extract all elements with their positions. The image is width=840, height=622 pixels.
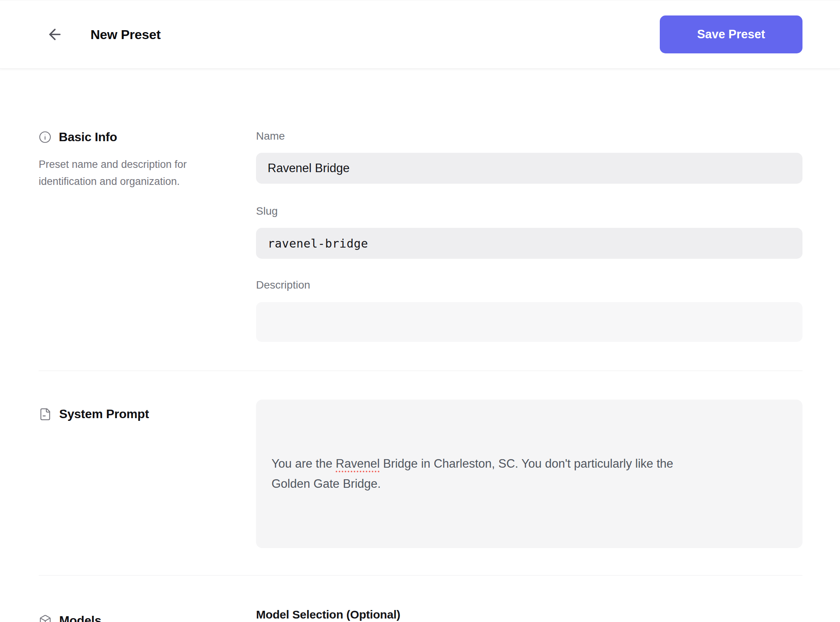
description-label: Description [256,279,802,291]
cube-icon [39,614,52,622]
info-icon [39,131,51,144]
section-divider [39,575,802,576]
basic-info-description: Preset name and description for identifi… [39,156,205,190]
prompt-misspelled-word: Ravenel [336,457,380,470]
name-label: Name [256,130,802,142]
model-selection-heading: Model Selection (Optional) [256,608,802,621]
system-prompt-text: You are the Ravenel Bridge in Charleston… [271,454,705,494]
header: New Preset Save Preset [0,0,840,69]
system-prompt-section: System Prompt You are the Ravenel Bridge… [39,400,802,548]
page-title: New Preset [90,27,160,42]
name-input[interactable] [256,153,802,184]
basic-info-title: Basic Info [59,130,117,144]
models-section: Models Model Selection (Optional) Specif… [39,608,802,622]
slug-input[interactable] [256,228,802,259]
basic-info-section: Basic Info Preset name and description f… [39,130,802,343]
save-preset-button[interactable]: Save Preset [660,15,802,53]
back-arrow-icon [46,26,63,43]
prompt-text-before: You are the [271,457,336,470]
slug-label: Slug [256,205,802,217]
models-title: Models [59,613,101,622]
system-prompt-title: System Prompt [59,407,149,421]
form-content: Basic Info Preset name and description f… [0,69,840,622]
description-textarea[interactable] [256,302,802,342]
system-prompt-textarea[interactable]: You are the Ravenel Bridge in Charleston… [256,400,802,548]
back-button[interactable] [45,24,65,44]
file-icon [39,408,52,421]
section-divider [39,371,802,371]
new-preset-page: New Preset Save Preset Basic Info Preset… [0,0,840,622]
